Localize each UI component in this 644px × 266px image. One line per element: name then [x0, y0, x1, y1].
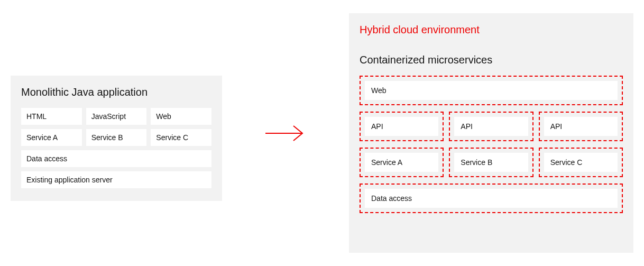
container-api-2: API [449, 112, 533, 141]
monolith-row-server: Existing application server [21, 171, 211, 188]
container-service-a: Service A [360, 148, 444, 177]
cell-service-a-ms: Service A [365, 153, 438, 172]
transform-arrow-wrap [222, 123, 349, 144]
container-service-c: Service C [539, 148, 623, 177]
cell-api-1: API [365, 117, 438, 136]
hybrid-cloud-title: Hybrid cloud environment [360, 24, 623, 36]
monolith-title: Monolithic Java application [21, 86, 211, 98]
cell-web-ms: Web [365, 81, 618, 100]
cell-api-2: API [454, 117, 528, 136]
monolith-row-services: Service A Service B Service C [21, 129, 211, 146]
cell-service-b: Service B [86, 129, 147, 146]
container-api-3: API [539, 112, 623, 141]
cell-api-3: API [544, 117, 618, 136]
cell-web: Web [151, 108, 211, 125]
cell-service-c: Service C [151, 129, 211, 146]
monolith-panel: Monolithic Java application HTML JavaScr… [11, 76, 222, 201]
container-web: Web [360, 76, 623, 105]
container-service-b: Service B [449, 148, 533, 177]
cell-data-access-ms: Data access [365, 189, 618, 208]
microservices-title: Containerized microservices [360, 54, 623, 66]
monolith-row-frontend: HTML JavaScript Web [21, 108, 211, 125]
container-api-1: API [360, 112, 444, 141]
cell-html: HTML [21, 108, 82, 125]
container-row-apis: API API API [360, 112, 623, 141]
cell-service-c-ms: Service C [544, 153, 618, 172]
arrow-right-icon [264, 123, 307, 144]
diagram-stage: Monolithic Java application HTML JavaScr… [0, 0, 644, 266]
cell-javascript: JavaScript [86, 108, 147, 125]
container-row-services: Service A Service B Service C [360, 148, 623, 177]
monolith-row-data: Data access [21, 150, 211, 167]
hybrid-cloud-panel: Hybrid cloud environment Containerized m… [349, 13, 633, 253]
cell-app-server: Existing application server [21, 171, 211, 188]
cell-data-access: Data access [21, 150, 211, 167]
cell-service-a: Service A [21, 129, 82, 146]
container-data-access: Data access [360, 184, 623, 213]
cell-service-b-ms: Service B [454, 153, 528, 172]
